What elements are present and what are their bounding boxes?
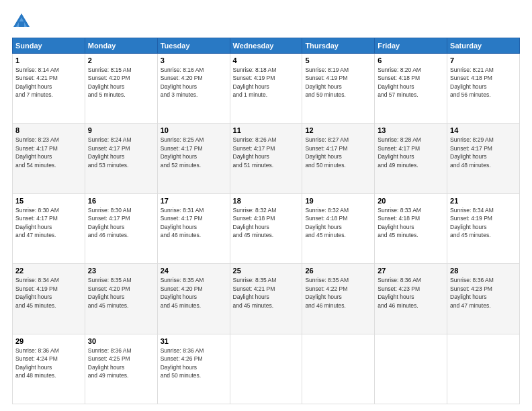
day-number: 9: [88, 126, 154, 134]
day-detail: Sunrise: 8:35 AMSunset: 4:20 PMDaylight …: [161, 277, 204, 308]
day-detail: Sunrise: 8:32 AMSunset: 4:18 PMDaylight …: [305, 207, 349, 238]
day-detail: Sunrise: 8:25 AMSunset: 4:17 PMDaylight …: [161, 136, 204, 168]
calendar-week-row: 22Sunrise: 8:34 AMSunset: 4:19 PMDayligh…: [13, 264, 520, 334]
day-detail: Sunrise: 8:36 AMSunset: 4:26 PMDaylight …: [161, 347, 204, 379]
weekday-header-wednesday: Wednesday: [230, 38, 302, 54]
day-detail: Sunrise: 8:32 AMSunset: 4:18 PMDaylight …: [233, 207, 277, 238]
calendar-cell: 21Sunrise: 8:34 AMSunset: 4:19 PMDayligh…: [447, 193, 520, 263]
calendar-table: SundayMondayTuesdayWednesdayThursdayFrid…: [12, 38, 520, 404]
header: [12, 12, 520, 31]
calendar-cell: 14Sunrise: 8:29 AMSunset: 4:17 PMDayligh…: [447, 124, 520, 193]
calendar-cell: [302, 334, 375, 404]
svg-rect-2: [19, 21, 24, 27]
calendar-week-row: 8Sunrise: 8:23 AMSunset: 4:17 PMDaylight…: [13, 124, 520, 193]
calendar-cell: 4Sunrise: 8:18 AMSunset: 4:19 PMDaylight…: [230, 54, 302, 124]
calendar-cell: 20Sunrise: 8:33 AMSunset: 4:18 PMDayligh…: [375, 193, 447, 263]
day-detail: Sunrise: 8:30 AMSunset: 4:17 PMDaylight …: [15, 207, 59, 238]
day-number: 16: [88, 197, 154, 205]
day-detail: Sunrise: 8:14 AMSunset: 4:21 PMDaylight …: [15, 66, 59, 98]
calendar-week-row: 15Sunrise: 8:30 AMSunset: 4:17 PMDayligh…: [13, 193, 520, 263]
calendar-week-row: 1Sunrise: 8:14 AMSunset: 4:21 PMDaylight…: [13, 54, 520, 124]
day-detail: Sunrise: 8:29 AMSunset: 4:17 PMDaylight …: [450, 136, 494, 168]
calendar-cell: 13Sunrise: 8:28 AMSunset: 4:17 PMDayligh…: [375, 124, 447, 193]
calendar-cell: 1Sunrise: 8:14 AMSunset: 4:21 PMDaylight…: [13, 54, 85, 124]
day-detail: Sunrise: 8:30 AMSunset: 4:17 PMDaylight …: [88, 207, 132, 238]
day-detail: Sunrise: 8:36 AMSunset: 4:24 PMDaylight …: [15, 347, 59, 379]
day-number: 22: [15, 267, 82, 275]
day-detail: Sunrise: 8:26 AMSunset: 4:17 PMDaylight …: [233, 136, 277, 168]
weekday-header-row: SundayMondayTuesdayWednesdayThursdayFrid…: [13, 38, 520, 54]
day-number: 6: [378, 56, 444, 64]
weekday-header-friday: Friday: [375, 38, 447, 54]
calendar-cell: 23Sunrise: 8:35 AMSunset: 4:20 PMDayligh…: [85, 264, 157, 334]
day-detail: Sunrise: 8:16 AMSunset: 4:20 PMDaylight …: [161, 66, 204, 98]
weekday-header-thursday: Thursday: [302, 38, 375, 54]
day-number: 30: [88, 337, 154, 345]
day-number: 15: [15, 197, 82, 205]
calendar-cell: 9Sunrise: 8:24 AMSunset: 4:17 PMDaylight…: [85, 124, 157, 193]
day-number: 27: [378, 267, 444, 275]
calendar-cell: 2Sunrise: 8:15 AMSunset: 4:20 PMDaylight…: [85, 54, 157, 124]
day-number: 21: [450, 197, 517, 205]
day-number: 29: [15, 337, 82, 345]
day-number: 8: [15, 126, 82, 134]
day-number: 2: [88, 56, 154, 64]
calendar-week-row: 29Sunrise: 8:36 AMSunset: 4:24 PMDayligh…: [13, 334, 520, 404]
calendar-cell: 15Sunrise: 8:30 AMSunset: 4:17 PMDayligh…: [13, 193, 85, 263]
day-detail: Sunrise: 8:33 AMSunset: 4:18 PMDaylight …: [378, 207, 421, 238]
day-number: 24: [161, 267, 227, 275]
calendar-cell: 31Sunrise: 8:36 AMSunset: 4:26 PMDayligh…: [157, 334, 230, 404]
day-detail: Sunrise: 8:36 AMSunset: 4:23 PMDaylight …: [378, 277, 421, 308]
calendar-cell: 16Sunrise: 8:30 AMSunset: 4:17 PMDayligh…: [85, 193, 157, 263]
day-detail: Sunrise: 8:35 AMSunset: 4:22 PMDaylight …: [305, 277, 349, 308]
day-number: 4: [233, 56, 300, 64]
day-number: 19: [305, 197, 371, 205]
day-number: 1: [15, 56, 82, 64]
day-number: 23: [88, 267, 154, 275]
calendar-cell: [447, 334, 520, 404]
calendar-cell: 26Sunrise: 8:35 AMSunset: 4:22 PMDayligh…: [302, 264, 375, 334]
calendar-cell: 12Sunrise: 8:27 AMSunset: 4:17 PMDayligh…: [302, 124, 375, 193]
weekday-header-sunday: Sunday: [13, 38, 85, 54]
day-number: 26: [305, 267, 371, 275]
day-detail: Sunrise: 8:36 AMSunset: 4:25 PMDaylight …: [88, 347, 132, 379]
day-detail: Sunrise: 8:20 AMSunset: 4:18 PMDaylight …: [378, 66, 421, 98]
calendar-cell: [230, 334, 302, 404]
day-detail: Sunrise: 8:35 AMSunset: 4:21 PMDaylight …: [233, 277, 277, 308]
calendar-cell: 24Sunrise: 8:35 AMSunset: 4:20 PMDayligh…: [157, 264, 230, 334]
calendar-cell: [375, 334, 447, 404]
day-number: 20: [378, 197, 444, 205]
logo-icon: [12, 12, 31, 31]
day-number: 7: [450, 56, 517, 64]
day-detail: Sunrise: 8:28 AMSunset: 4:17 PMDaylight …: [378, 136, 421, 168]
day-detail: Sunrise: 8:15 AMSunset: 4:20 PMDaylight …: [88, 66, 132, 98]
day-number: 25: [233, 267, 300, 275]
day-detail: Sunrise: 8:34 AMSunset: 4:19 PMDaylight …: [15, 277, 59, 308]
day-number: 13: [378, 126, 444, 134]
weekday-header-monday: Monday: [85, 38, 157, 54]
calendar-cell: 10Sunrise: 8:25 AMSunset: 4:17 PMDayligh…: [157, 124, 230, 193]
day-detail: Sunrise: 8:31 AMSunset: 4:17 PMDaylight …: [161, 207, 204, 238]
day-number: 28: [450, 267, 517, 275]
day-number: 3: [161, 56, 227, 64]
calendar-cell: 29Sunrise: 8:36 AMSunset: 4:24 PMDayligh…: [13, 334, 85, 404]
calendar-cell: 7Sunrise: 8:21 AMSunset: 4:18 PMDaylight…: [447, 54, 520, 124]
day-detail: Sunrise: 8:18 AMSunset: 4:19 PMDaylight …: [233, 66, 277, 98]
day-number: 11: [233, 126, 300, 134]
day-detail: Sunrise: 8:19 AMSunset: 4:19 PMDaylight …: [305, 66, 349, 98]
day-detail: Sunrise: 8:21 AMSunset: 4:18 PMDaylight …: [450, 66, 494, 98]
calendar-cell: 5Sunrise: 8:19 AMSunset: 4:19 PMDaylight…: [302, 54, 375, 124]
day-detail: Sunrise: 8:23 AMSunset: 4:17 PMDaylight …: [15, 136, 59, 168]
calendar-cell: 11Sunrise: 8:26 AMSunset: 4:17 PMDayligh…: [230, 124, 302, 193]
day-number: 14: [450, 126, 517, 134]
day-detail: Sunrise: 8:24 AMSunset: 4:17 PMDaylight …: [88, 136, 132, 168]
day-detail: Sunrise: 8:35 AMSunset: 4:20 PMDaylight …: [88, 277, 132, 308]
day-number: 18: [233, 197, 300, 205]
calendar-cell: 25Sunrise: 8:35 AMSunset: 4:21 PMDayligh…: [230, 264, 302, 334]
day-number: 5: [305, 56, 371, 64]
calendar-cell: 3Sunrise: 8:16 AMSunset: 4:20 PMDaylight…: [157, 54, 230, 124]
day-number: 31: [161, 337, 227, 345]
day-number: 12: [305, 126, 371, 134]
calendar-cell: 22Sunrise: 8:34 AMSunset: 4:19 PMDayligh…: [13, 264, 85, 334]
calendar-cell: 6Sunrise: 8:20 AMSunset: 4:18 PMDaylight…: [375, 54, 447, 124]
